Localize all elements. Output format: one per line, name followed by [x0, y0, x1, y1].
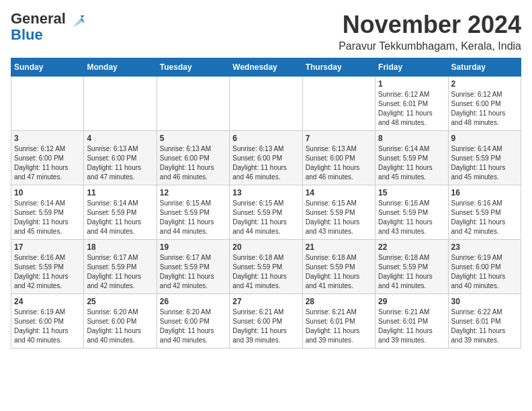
calendar-cell: 15Sunrise: 6:16 AM Sunset: 5:59 PM Dayli…: [375, 185, 448, 240]
day-number: 19: [160, 242, 226, 252]
day-info: Sunrise: 6:21 AM Sunset: 6:01 PM Dayligh…: [306, 308, 372, 345]
day-number: 26: [160, 297, 226, 306]
day-number: 29: [378, 297, 445, 306]
day-number: 15: [378, 188, 445, 197]
calendar-cell: 3Sunrise: 6:12 AM Sunset: 6:00 PM Daylig…: [11, 131, 84, 185]
day-number: 13: [232, 188, 299, 197]
day-info: Sunrise: 6:12 AM Sunset: 6:01 PM Dayligh…: [378, 90, 445, 128]
day-number: 10: [14, 188, 81, 197]
day-number: 4: [87, 134, 153, 143]
svg-marker-1: [73, 18, 85, 28]
day-number: 7: [306, 134, 372, 143]
calendar-cell: 21Sunrise: 6:18 AM Sunset: 5:59 PM Dayli…: [302, 240, 375, 294]
location-title: Paravur Tekkumbhagam, Kerala, India: [339, 40, 521, 52]
day-number: 28: [306, 297, 372, 306]
calendar-cell: 14Sunrise: 6:15 AM Sunset: 5:59 PM Dayli…: [302, 185, 375, 240]
calendar-cell: 26Sunrise: 6:20 AM Sunset: 6:00 PM Dayli…: [157, 294, 229, 349]
month-title: November 2024: [339, 11, 521, 39]
day-info: Sunrise: 6:15 AM Sunset: 5:59 PM Dayligh…: [306, 199, 372, 236]
calendar-cell: 25Sunrise: 6:20 AM Sunset: 6:00 PM Dayli…: [84, 294, 157, 349]
day-info: Sunrise: 6:13 AM Sunset: 6:00 PM Dayligh…: [232, 144, 299, 182]
day-number: 14: [306, 188, 372, 197]
day-info: Sunrise: 6:14 AM Sunset: 5:59 PM Dayligh…: [87, 199, 153, 236]
day-info: Sunrise: 6:21 AM Sunset: 6:01 PM Dayligh…: [378, 308, 445, 345]
calendar-cell: 13Sunrise: 6:15 AM Sunset: 5:59 PM Dayli…: [230, 185, 302, 240]
weekday-header-wednesday: Wednesday: [230, 58, 302, 77]
day-info: Sunrise: 6:13 AM Sunset: 6:00 PM Dayligh…: [306, 144, 372, 182]
calendar-cell: 9Sunrise: 6:14 AM Sunset: 5:59 PM Daylig…: [448, 131, 521, 185]
calendar-cell: 5Sunrise: 6:13 AM Sunset: 6:00 PM Daylig…: [157, 131, 229, 185]
calendar-cell: [84, 77, 157, 131]
title-area: November 2024 Paravur Tekkumbhagam, Kera…: [339, 11, 521, 52]
calendar-cell: 18Sunrise: 6:17 AM Sunset: 5:59 PM Dayli…: [84, 240, 157, 294]
logo: GeneralBlue: [11, 11, 86, 43]
calendar-cell: 29Sunrise: 6:21 AM Sunset: 6:01 PM Dayli…: [375, 294, 448, 349]
day-number: 3: [14, 134, 81, 143]
calendar-cell: [11, 77, 84, 131]
day-info: Sunrise: 6:19 AM Sunset: 6:00 PM Dayligh…: [14, 308, 81, 345]
calendar-cell: 20Sunrise: 6:18 AM Sunset: 5:59 PM Dayli…: [230, 240, 302, 294]
calendar-cell: 30Sunrise: 6:22 AM Sunset: 6:01 PM Dayli…: [448, 294, 521, 349]
day-info: Sunrise: 6:12 AM Sunset: 6:00 PM Dayligh…: [451, 90, 518, 128]
weekday-header-sunday: Sunday: [11, 58, 84, 77]
weekday-header-monday: Monday: [84, 58, 157, 77]
day-number: 12: [160, 188, 226, 197]
day-info: Sunrise: 6:20 AM Sunset: 6:00 PM Dayligh…: [87, 308, 153, 345]
day-number: 5: [160, 134, 226, 143]
weekday-header-thursday: Thursday: [302, 58, 375, 77]
calendar-cell: 4Sunrise: 6:13 AM Sunset: 6:00 PM Daylig…: [84, 131, 157, 185]
day-number: 17: [14, 242, 81, 252]
day-info: Sunrise: 6:22 AM Sunset: 6:01 PM Dayligh…: [451, 308, 518, 345]
calendar-cell: 1Sunrise: 6:12 AM Sunset: 6:01 PM Daylig…: [375, 77, 448, 131]
calendar-cell: 27Sunrise: 6:21 AM Sunset: 6:00 PM Dayli…: [230, 294, 302, 349]
calendar-cell: 11Sunrise: 6:14 AM Sunset: 5:59 PM Dayli…: [84, 185, 157, 240]
day-number: 23: [451, 242, 518, 252]
day-info: Sunrise: 6:21 AM Sunset: 6:00 PM Dayligh…: [232, 308, 299, 345]
weekday-header-friday: Friday: [375, 58, 448, 77]
calendar-cell: 10Sunrise: 6:14 AM Sunset: 5:59 PM Dayli…: [11, 185, 84, 240]
day-number: 20: [232, 242, 299, 252]
calendar-cell: 2Sunrise: 6:12 AM Sunset: 6:00 PM Daylig…: [448, 77, 521, 131]
day-number: 30: [451, 297, 518, 306]
day-info: Sunrise: 6:17 AM Sunset: 5:59 PM Dayligh…: [87, 253, 153, 291]
calendar-cell: 22Sunrise: 6:18 AM Sunset: 5:59 PM Dayli…: [375, 240, 448, 294]
day-info: Sunrise: 6:14 AM Sunset: 5:59 PM Dayligh…: [451, 144, 518, 182]
day-info: Sunrise: 6:17 AM Sunset: 5:59 PM Dayligh…: [160, 253, 226, 291]
calendar-cell: 24Sunrise: 6:19 AM Sunset: 6:00 PM Dayli…: [11, 294, 84, 349]
calendar-cell: 23Sunrise: 6:19 AM Sunset: 6:00 PM Dayli…: [448, 240, 521, 294]
weekday-header-saturday: Saturday: [448, 58, 521, 77]
day-info: Sunrise: 6:16 AM Sunset: 5:59 PM Dayligh…: [451, 199, 518, 236]
day-number: 11: [87, 188, 153, 197]
calendar-cell: [230, 77, 302, 131]
day-info: Sunrise: 6:14 AM Sunset: 5:59 PM Dayligh…: [378, 144, 445, 182]
calendar-cell: 19Sunrise: 6:17 AM Sunset: 5:59 PM Dayli…: [157, 240, 229, 294]
day-number: 18: [87, 242, 153, 252]
calendar-cell: 6Sunrise: 6:13 AM Sunset: 6:00 PM Daylig…: [230, 131, 302, 185]
calendar-cell: 7Sunrise: 6:13 AM Sunset: 6:00 PM Daylig…: [302, 131, 375, 185]
day-info: Sunrise: 6:12 AM Sunset: 6:00 PM Dayligh…: [14, 144, 81, 182]
calendar-cell: 28Sunrise: 6:21 AM Sunset: 6:01 PM Dayli…: [302, 294, 375, 349]
day-number: 1: [378, 79, 445, 89]
day-number: 21: [306, 242, 372, 252]
day-number: 6: [232, 134, 299, 143]
weekday-header-tuesday: Tuesday: [157, 58, 229, 77]
day-info: Sunrise: 6:18 AM Sunset: 5:59 PM Dayligh…: [232, 253, 299, 291]
calendar-cell: 16Sunrise: 6:16 AM Sunset: 5:59 PM Dayli…: [448, 185, 521, 240]
day-info: Sunrise: 6:13 AM Sunset: 6:00 PM Dayligh…: [160, 144, 226, 182]
calendar-cell: 8Sunrise: 6:14 AM Sunset: 5:59 PM Daylig…: [375, 131, 448, 185]
calendar-cell: 17Sunrise: 6:16 AM Sunset: 5:59 PM Dayli…: [11, 240, 84, 294]
day-info: Sunrise: 6:20 AM Sunset: 6:00 PM Dayligh…: [160, 308, 226, 345]
calendar-table: SundayMondayTuesdayWednesdayThursdayFrid…: [11, 58, 521, 349]
day-info: Sunrise: 6:18 AM Sunset: 5:59 PM Dayligh…: [306, 253, 372, 291]
day-info: Sunrise: 6:15 AM Sunset: 5:59 PM Dayligh…: [160, 199, 226, 236]
day-info: Sunrise: 6:15 AM Sunset: 5:59 PM Dayligh…: [232, 199, 299, 236]
day-info: Sunrise: 6:16 AM Sunset: 5:59 PM Dayligh…: [378, 199, 445, 236]
day-number: 27: [232, 297, 299, 306]
day-info: Sunrise: 6:18 AM Sunset: 5:59 PM Dayligh…: [378, 253, 445, 291]
day-number: 16: [451, 188, 518, 197]
day-number: 8: [378, 134, 445, 143]
day-number: 24: [14, 297, 81, 306]
day-info: Sunrise: 6:16 AM Sunset: 5:59 PM Dayligh…: [14, 253, 81, 291]
day-number: 2: [451, 79, 518, 89]
day-info: Sunrise: 6:14 AM Sunset: 5:59 PM Dayligh…: [14, 199, 81, 236]
